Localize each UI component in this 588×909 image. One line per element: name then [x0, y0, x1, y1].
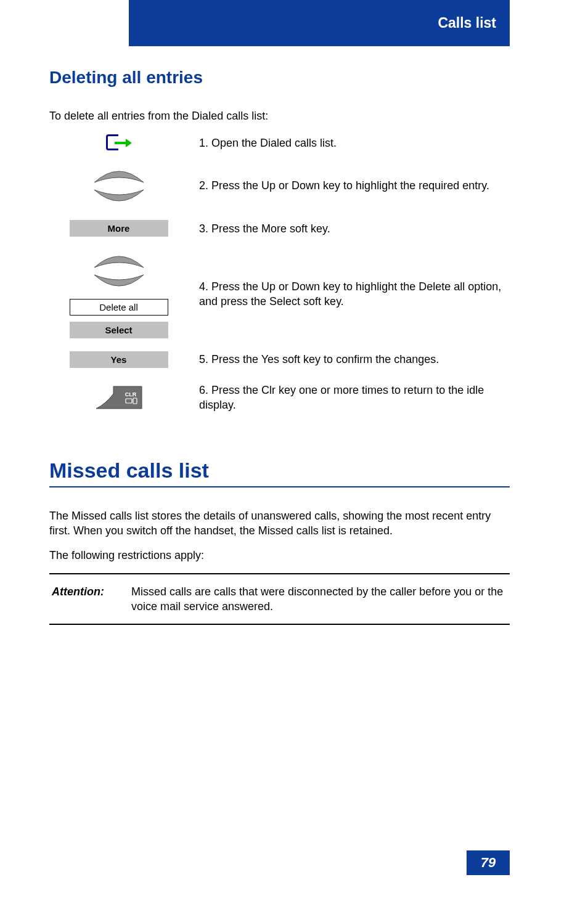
- rocker-up-icon: [92, 253, 146, 269]
- section1-intro: To delete all entries from the Dialed ca…: [49, 108, 510, 123]
- step-icon-cell: More: [49, 220, 188, 237]
- step-text: 1. Open the Dialed calls list.: [199, 133, 510, 153]
- step-text: 2. Press the Up or Down key to highlight…: [199, 176, 510, 195]
- step-icon-cell: [49, 165, 188, 208]
- page-number-badge: 79: [467, 850, 510, 875]
- step-icon-cell: [49, 133, 188, 153]
- attention-bottom-rule: [49, 624, 510, 625]
- section-heading-missed: Missed calls list: [49, 459, 510, 483]
- softkey-select: Select: [70, 322, 168, 338]
- attention-block: Attention: Missed calls are calls that w…: [49, 574, 510, 624]
- step-text: 4. Press the Up or Down key to highlight…: [199, 277, 510, 312]
- step-text: 6. Press the Clr key one or more times t…: [199, 380, 510, 415]
- header-band: Calls list: [129, 0, 510, 46]
- page-number: 79: [481, 855, 496, 871]
- step4-stack: Delete all Select: [70, 250, 168, 338]
- step-icon-cell: CLR: [49, 385, 188, 410]
- rocker-icon: [91, 250, 147, 293]
- softkey-label: Yes: [111, 354, 127, 365]
- rocker-up-icon: [92, 168, 146, 184]
- rocker-down-icon: [92, 189, 146, 205]
- missed-paragraph-2: The following restrictions apply:: [49, 548, 510, 563]
- clr-key-icon: CLR: [95, 385, 143, 410]
- section-rule: [49, 486, 510, 487]
- step-text: 5. Press the Yes soft key to confirm the…: [199, 349, 510, 369]
- step-icon-cell: Delete all Select: [49, 250, 188, 338]
- softkey-label: Select: [105, 325, 132, 335]
- attention-text: Missed calls are calls that were disconn…: [131, 584, 507, 614]
- svg-text:CLR: CLR: [125, 391, 136, 397]
- header-title: Calls list: [438, 15, 496, 31]
- page-content: Deleting all entries To delete all entri…: [49, 68, 510, 625]
- step-text: 3. Press the More soft key.: [199, 219, 510, 238]
- softkey-yes: Yes: [70, 351, 168, 368]
- dialed-calls-icon: [106, 133, 132, 153]
- missed-paragraph-1: The Missed calls list stores the details…: [49, 508, 510, 539]
- rocker-down-icon: [92, 274, 146, 290]
- section-heading-deleting: Deleting all entries: [49, 68, 510, 88]
- softkey-more: More: [70, 220, 168, 237]
- attention-label: Attention:: [52, 584, 123, 614]
- menu-item-label: Delete all: [99, 302, 138, 312]
- rocker-icon: [91, 165, 147, 208]
- menu-item-delete-all: Delete all: [70, 299, 168, 316]
- step-icon-cell: Yes: [49, 351, 188, 368]
- svg-marker-1: [126, 139, 132, 147]
- softkey-label: More: [108, 223, 130, 234]
- steps-table: 1. Open the Dialed calls list. 2. Press …: [49, 133, 510, 415]
